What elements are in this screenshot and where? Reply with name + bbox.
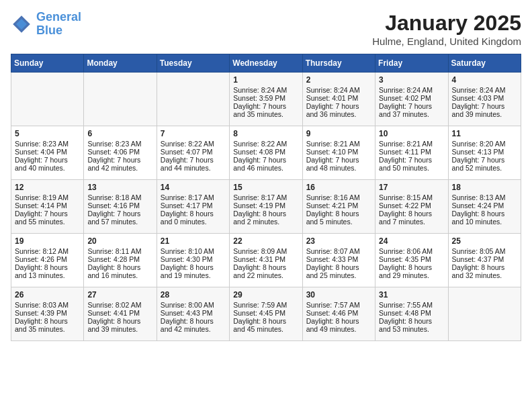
cell-text: Sunrise: 8:02 AM (87, 301, 152, 309)
day-number: 16 (306, 183, 371, 192)
cell-text: Sunset: 4:33 PM (306, 255, 371, 263)
calendar-cell: 23Sunrise: 8:07 AMSunset: 4:33 PMDayligh… (302, 234, 375, 287)
calendar-cell: 7Sunrise: 8:22 AMSunset: 4:07 PMDaylight… (157, 126, 229, 180)
cell-text: Sunset: 4:04 PM (15, 148, 80, 156)
cell-text: Sunrise: 8:05 AM (452, 247, 517, 255)
cell-text: Sunset: 4:48 PM (379, 309, 444, 317)
calendar-cell: 22Sunrise: 8:09 AMSunset: 4:31 PMDayligh… (230, 234, 302, 287)
logo-icon (11, 13, 32, 35)
cell-text: Daylight: 8 hours and 35 minutes. (15, 317, 80, 333)
calendar-cell: 14Sunrise: 8:17 AMSunset: 4:17 PMDayligh… (157, 180, 229, 234)
day-number: 25 (452, 236, 517, 246)
day-number: 1 (233, 75, 298, 85)
cell-text: Daylight: 7 hours and 39 minutes. (452, 102, 517, 118)
month-title: January 2025 (372, 11, 521, 36)
day-number: 14 (161, 183, 226, 192)
cell-text: Sunset: 4:39 PM (15, 309, 80, 317)
cell-text: Sunset: 4:22 PM (379, 201, 444, 210)
cell-text: Sunrise: 8:11 AM (87, 247, 152, 255)
weekday-header: Sunday (11, 54, 84, 73)
day-number: 30 (306, 290, 371, 300)
cell-text: Daylight: 8 hours and 25 minutes. (306, 263, 371, 279)
cell-text: Sunset: 4:41 PM (87, 309, 152, 317)
cell-text: Sunset: 4:07 PM (161, 148, 226, 156)
day-number: 11 (452, 129, 517, 138)
calendar-week-row: 1Sunrise: 8:24 AMSunset: 3:59 PMDaylight… (11, 73, 521, 126)
calendar-cell: 13Sunrise: 8:18 AMSunset: 4:16 PMDayligh… (84, 180, 157, 234)
cell-text: Daylight: 8 hours and 10 minutes. (452, 210, 517, 226)
day-number: 27 (87, 290, 152, 300)
cell-text: Daylight: 8 hours and 0 minutes. (161, 210, 226, 226)
day-number: 19 (15, 236, 80, 246)
cell-text: Sunset: 4:37 PM (452, 255, 517, 263)
day-number: 21 (161, 236, 226, 246)
cell-text: Sunset: 4:46 PM (306, 309, 371, 317)
cell-text: Sunrise: 8:24 AM (379, 86, 444, 94)
calendar-cell: 12Sunrise: 8:19 AMSunset: 4:14 PMDayligh… (11, 180, 84, 234)
logo: General Blue (11, 11, 81, 38)
calendar-cell: 6Sunrise: 8:23 AMSunset: 4:06 PMDaylight… (84, 126, 157, 180)
day-number: 3 (379, 75, 444, 85)
cell-text: Sunrise: 8:10 AM (161, 247, 226, 255)
cell-text: Daylight: 8 hours and 7 minutes. (379, 210, 444, 226)
cell-text: Sunrise: 8:03 AM (15, 301, 80, 309)
day-number: 2 (306, 75, 371, 85)
calendar-cell: 24Sunrise: 8:06 AMSunset: 4:35 PMDayligh… (375, 234, 448, 287)
cell-text: Sunset: 4:21 PM (306, 201, 371, 210)
cell-text: Sunset: 4:24 PM (452, 201, 517, 210)
cell-text: Daylight: 7 hours and 44 minutes. (161, 156, 226, 172)
cell-text: Sunset: 4:16 PM (87, 201, 152, 210)
cell-text: Sunset: 4:28 PM (87, 255, 152, 263)
cell-text: Daylight: 8 hours and 42 minutes. (161, 317, 226, 333)
day-number: 31 (379, 290, 444, 300)
day-number: 13 (87, 183, 152, 192)
cell-text: Daylight: 8 hours and 2 minutes. (233, 210, 298, 226)
calendar-body: 1Sunrise: 8:24 AMSunset: 3:59 PMDaylight… (11, 73, 521, 341)
cell-text: Sunrise: 8:24 AM (306, 86, 371, 94)
cell-text: Sunrise: 8:21 AM (306, 140, 371, 148)
calendar-week-row: 26Sunrise: 8:03 AMSunset: 4:39 PMDayligh… (11, 287, 521, 341)
calendar-cell: 25Sunrise: 8:05 AMSunset: 4:37 PMDayligh… (448, 234, 521, 287)
cell-text: Sunrise: 8:24 AM (452, 86, 517, 94)
cell-text: Daylight: 7 hours and 42 minutes. (87, 156, 152, 172)
cell-text: Daylight: 8 hours and 49 minutes. (306, 317, 371, 333)
cell-text: Daylight: 7 hours and 57 minutes. (87, 210, 152, 226)
cell-text: Sunrise: 8:21 AM (379, 140, 444, 148)
cell-text: Sunrise: 8:23 AM (15, 140, 80, 148)
calendar-cell: 31Sunrise: 7:55 AMSunset: 4:48 PMDayligh… (375, 287, 448, 341)
day-number: 22 (233, 236, 298, 246)
cell-text: Daylight: 8 hours and 45 minutes. (233, 317, 298, 333)
calendar-header-row: SundayMondayTuesdayWednesdayThursdayFrid… (11, 54, 521, 73)
weekday-header: Monday (84, 54, 157, 73)
calendar-table: SundayMondayTuesdayWednesdayThursdayFrid… (11, 54, 521, 341)
calendar-week-row: 19Sunrise: 8:12 AMSunset: 4:26 PMDayligh… (11, 234, 521, 287)
cell-text: Sunrise: 8:00 AM (161, 301, 226, 309)
weekday-header: Tuesday (157, 54, 229, 73)
cell-text: Daylight: 8 hours and 16 minutes. (87, 263, 152, 279)
cell-text: Sunrise: 7:59 AM (233, 301, 298, 309)
calendar-cell: 27Sunrise: 8:02 AMSunset: 4:41 PMDayligh… (84, 287, 157, 341)
day-number: 4 (452, 75, 517, 85)
day-number: 10 (379, 129, 444, 138)
cell-text: Daylight: 8 hours and 5 minutes. (306, 210, 371, 226)
cell-text: Sunrise: 8:13 AM (452, 193, 517, 201)
day-number: 6 (87, 129, 152, 138)
calendar-cell (11, 73, 84, 126)
cell-text: Sunrise: 8:17 AM (233, 193, 298, 201)
cell-text: Sunrise: 8:19 AM (15, 193, 80, 201)
cell-text: Sunrise: 8:22 AM (233, 140, 298, 148)
calendar-cell: 28Sunrise: 8:00 AMSunset: 4:43 PMDayligh… (157, 287, 229, 341)
cell-text: Sunset: 4:10 PM (306, 148, 371, 156)
calendar-cell: 26Sunrise: 8:03 AMSunset: 4:39 PMDayligh… (11, 287, 84, 341)
calendar-cell: 15Sunrise: 8:17 AMSunset: 4:19 PMDayligh… (230, 180, 302, 234)
cell-text: Sunset: 4:26 PM (15, 255, 80, 263)
cell-text: Sunrise: 8:23 AM (87, 140, 152, 148)
cell-text: Sunset: 4:35 PM (379, 255, 444, 263)
day-number: 12 (15, 183, 80, 192)
cell-text: Sunset: 4:14 PM (15, 201, 80, 210)
cell-text: Sunrise: 8:18 AM (87, 193, 152, 201)
cell-text: Sunrise: 8:20 AM (452, 140, 517, 148)
calendar-cell: 3Sunrise: 8:24 AMSunset: 4:02 PMDaylight… (375, 73, 448, 126)
logo-text: General Blue (36, 11, 81, 38)
calendar-cell: 20Sunrise: 8:11 AMSunset: 4:28 PMDayligh… (84, 234, 157, 287)
